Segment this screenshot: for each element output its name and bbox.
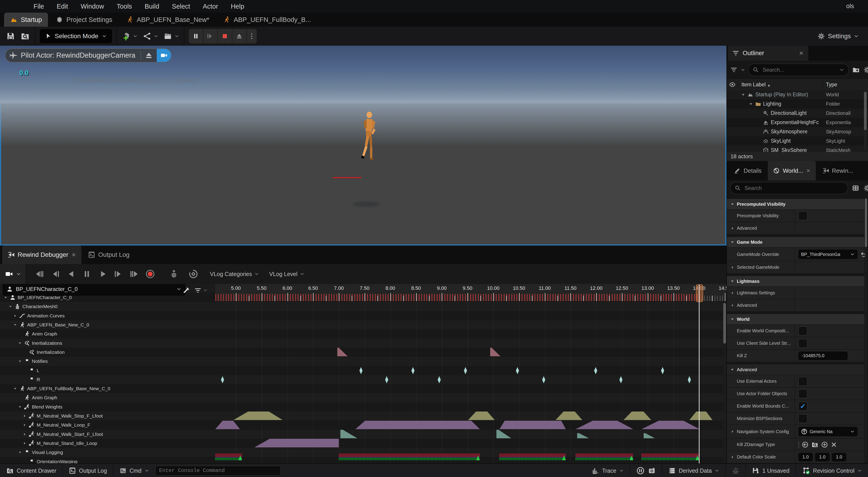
caret-down-icon[interactable]: [18, 450, 22, 454]
checkbox[interactable]: [798, 389, 807, 398]
chevron-down-icon[interactable]: [203, 288, 208, 292]
rewind-tab-2[interactable]: Output Log: [83, 246, 134, 264]
checkbox[interactable]: [798, 326, 807, 336]
caret-down-icon[interactable]: [730, 368, 735, 372]
derived-data-dropdown[interactable]: Derived Data: [662, 464, 726, 477]
caret-down-icon[interactable]: [4, 295, 8, 299]
timeline-scrollbar[interactable]: [723, 302, 726, 463]
cmd-dropdown[interactable]: Cmd: [113, 464, 155, 477]
console-command-input[interactable]: [155, 466, 281, 476]
caret-down-icon[interactable]: [13, 323, 17, 327]
add-actor-button[interactable]: [121, 31, 138, 41]
outliner-row[interactable]: LightingFolder: [727, 99, 868, 108]
revision-control-dropdown[interactable]: Revision Control: [796, 464, 868, 477]
caret-down-icon[interactable]: [18, 359, 22, 363]
jump-end-button[interactable]: [129, 269, 139, 279]
outliner-row[interactable]: Startup (Play In Editor)World: [727, 90, 868, 99]
playback-options-button[interactable]: [246, 29, 257, 43]
details-search-input[interactable]: [744, 185, 844, 191]
caret-right-icon[interactable]: [23, 414, 27, 418]
tree-row[interactable]: Inertialization: [0, 348, 215, 357]
filter-icon[interactable]: [730, 66, 738, 74]
shader-status-button[interactable]: [726, 464, 746, 477]
outliner-search-input[interactable]: [762, 66, 836, 73]
caret-down-icon[interactable]: [8, 305, 12, 309]
close-icon[interactable]: [71, 252, 76, 257]
playhead-scrubber[interactable]: [696, 284, 703, 302]
details-tab-3[interactable]: Rewin...: [817, 161, 858, 181]
step-back-button[interactable]: [50, 269, 60, 279]
stop-button[interactable]: [217, 29, 232, 43]
close-icon[interactable]: [806, 168, 811, 173]
pilot-actor-pill[interactable]: Pilot Actor: RewindDebuggerCamera: [5, 49, 172, 62]
details-row-check[interactable]: Enable World Compositi...: [727, 325, 864, 337]
tree-row[interactable]: Notifies: [0, 357, 215, 366]
caret-down-icon[interactable]: [730, 240, 735, 244]
value-input[interactable]: 1.0: [815, 453, 830, 462]
clear-icon[interactable]: [831, 441, 837, 448]
outliner-row[interactable]: SkyAtmosphereSkyAtmosp: [727, 127, 868, 136]
tree-row[interactable]: R: [0, 375, 215, 384]
tree-row[interactable]: Blend Weights: [0, 403, 215, 411]
doc-tab-2[interactable]: Project Settings: [50, 13, 118, 27]
doc-tab-3[interactable]: ABP_UEFN_Base_New*: [120, 13, 215, 27]
menu-item-actor[interactable]: Actor: [196, 0, 224, 13]
tree-row[interactable]: M_Neutral_Walk_Loop_F: [0, 420, 215, 430]
tree-row[interactable]: BP_UEFNCharacter_C_0: [0, 293, 215, 302]
details-row-collapsed[interactable]: Lightmass Settings: [727, 287, 864, 299]
value-input[interactable]: 1.0: [832, 453, 846, 462]
caret-right-icon[interactable]: [13, 314, 17, 318]
tree-row[interactable]: Visual Logging: [0, 448, 215, 457]
character-mannequin[interactable]: [357, 111, 379, 163]
gear-icon[interactable]: [863, 184, 868, 192]
tree-row[interactable]: Animation Curves: [0, 311, 215, 320]
doc-tab-1[interactable]: Startup: [4, 13, 48, 27]
browse-content-icon[interactable]: [20, 31, 30, 41]
outliner-row[interactable]: DirectionalLightDirectionall: [727, 108, 868, 118]
outliner-search[interactable]: [748, 64, 849, 76]
step-forward-button[interactable]: [114, 269, 123, 279]
tree-row[interactable]: ABP_UEFN_Base_New_C_0: [0, 320, 215, 329]
details-search[interactable]: [730, 182, 848, 194]
content-drawer-button[interactable]: Content Drawer: [0, 464, 63, 477]
checkbox[interactable]: [798, 339, 807, 348]
menu-item-file[interactable]: File: [27, 0, 51, 13]
details-row-group[interactable]: Advanced: [727, 364, 864, 375]
tab-outliner[interactable]: Outliner: [728, 46, 808, 61]
details-row-section[interactable]: Game Mode: [727, 237, 864, 247]
details-row-check[interactable]: Minimize BSPSections: [727, 413, 864, 424]
caret-down-icon[interactable]: [18, 341, 22, 345]
menu-item-tools[interactable]: Tools: [111, 0, 138, 13]
caret-down-icon[interactable]: [730, 202, 735, 206]
cinematics-button[interactable]: [163, 31, 179, 41]
close-icon[interactable]: [798, 50, 804, 56]
details-row-collapsed[interactable]: Selected GameMode: [727, 261, 864, 273]
settings-dropdown[interactable]: Settings: [817, 27, 859, 46]
trace-dropdown[interactable]: Trace: [586, 464, 630, 477]
tree-row[interactable]: M_Neutral_Walk_Stop_F_Lfoot: [0, 411, 215, 420]
unsaved-button[interactable]: 1 Unsaved: [746, 464, 796, 477]
timeline-ruler[interactable]: 5.005.506.006.507.007.508.008.509.009.50…: [215, 284, 726, 301]
tree-row[interactable]: M_Neutral_Walk_Start_F_Lfoot: [0, 430, 215, 439]
caret-right-icon[interactable]: [23, 441, 27, 445]
play-button[interactable]: [98, 269, 107, 279]
caret-right-icon[interactable]: [731, 265, 735, 269]
menu-item-build[interactable]: Build: [138, 0, 166, 13]
vlog-level-dropdown[interactable]: VLog Level: [269, 271, 305, 277]
blueprints-button[interactable]: [142, 31, 158, 41]
caret-right-icon[interactable]: [731, 430, 735, 434]
caret-right-icon[interactable]: [731, 455, 735, 459]
col-item-label[interactable]: Item Label ▲: [738, 82, 822, 88]
insights-pause-icon[interactable]: [636, 466, 645, 475]
tree-row[interactable]: OrientationWarping: [0, 457, 215, 464]
save-all-icon[interactable]: [6, 31, 16, 41]
vlog-categories-dropdown[interactable]: VLog Categories: [210, 271, 259, 277]
caret-right-icon[interactable]: [731, 304, 735, 308]
jump-start-button[interactable]: [34, 269, 44, 279]
details-row-input[interactable]: Kill Z-1048575.0: [727, 350, 864, 362]
menu-item-help[interactable]: Help: [224, 0, 251, 13]
browse-asset-icon[interactable]: [811, 441, 819, 448]
selection-mode-dropdown[interactable]: Selection Mode: [40, 29, 112, 43]
menu-item-edit[interactable]: Edit: [51, 0, 74, 13]
rewind-settings-icon[interactable]: [169, 269, 179, 279]
